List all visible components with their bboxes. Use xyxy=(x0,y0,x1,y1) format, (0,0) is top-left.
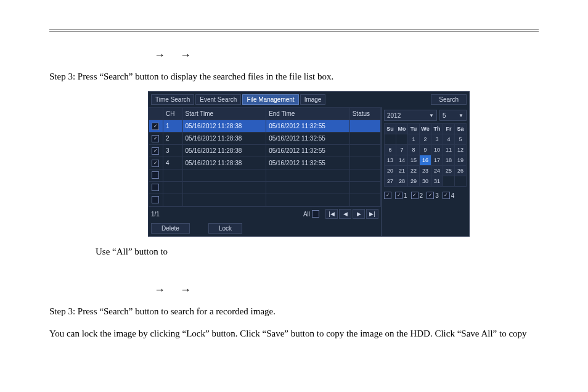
calendar-day[interactable]: 26 xyxy=(455,166,467,176)
calendar-day[interactable]: 14 xyxy=(396,155,408,166)
channel-checkbox[interactable] xyxy=(395,192,402,199)
calendar-day[interactable]: 9 xyxy=(420,145,431,155)
calendar-day[interactable]: 23 xyxy=(420,166,431,176)
pager-next[interactable]: ▶ xyxy=(353,209,365,219)
row-checkbox[interactable] xyxy=(152,123,159,130)
calendar-day[interactable]: 4 xyxy=(443,134,455,145)
lock-button[interactable]: Lock xyxy=(208,223,242,234)
page-indicator: 1/1 xyxy=(151,211,303,218)
channel-item[interactable]: 4 xyxy=(443,192,455,199)
row-checkbox[interactable] xyxy=(152,160,159,167)
calendar-day[interactable]: 17 xyxy=(431,155,443,166)
weekday-header: Fr xyxy=(443,124,455,134)
channel-checkbox[interactable] xyxy=(427,192,434,199)
tab-event-search[interactable]: Event Search xyxy=(195,94,241,105)
calendar-day[interactable]: 28 xyxy=(396,176,408,187)
cell-status xyxy=(349,145,380,157)
calendar-day[interactable]: 22 xyxy=(408,166,420,176)
channel-checkbox[interactable] xyxy=(411,192,419,199)
pager-first[interactable]: |◀ xyxy=(325,209,338,219)
cell-start: 05/16/2012 11:28:38 xyxy=(182,157,266,169)
channel-item[interactable]: 1 xyxy=(395,192,407,199)
row-checkbox[interactable] xyxy=(152,171,159,179)
calendar-day[interactable]: 30 xyxy=(420,176,431,187)
row-checkbox[interactable] xyxy=(152,147,159,155)
table-row[interactable]: 205/16/2012 11:28:3805/16/2012 11:32:55 xyxy=(149,133,381,145)
channel-label: 3 xyxy=(435,192,439,199)
calendar-day[interactable]: 11 xyxy=(443,145,455,155)
weekday-header: Th xyxy=(431,124,443,134)
pager-prev[interactable]: ◀ xyxy=(339,209,351,219)
channel-label: 2 xyxy=(420,192,423,199)
calendar-day[interactable]: 31 xyxy=(431,176,443,187)
delete-button[interactable]: Delete xyxy=(151,223,190,234)
channel-item[interactable]: 3 xyxy=(427,192,439,199)
calendar-day[interactable]: 24 xyxy=(431,166,443,176)
breadcrumb-arrows-1: →→ xyxy=(154,49,539,62)
row-checkbox[interactable] xyxy=(152,196,159,203)
calendar-day[interactable]: 8 xyxy=(408,145,420,155)
col-status: Status xyxy=(349,108,380,120)
calendar-day[interactable]: 21 xyxy=(396,166,408,176)
calendar-day[interactable]: 12 xyxy=(455,145,467,155)
cell-ch: 2 xyxy=(163,133,183,145)
year-select[interactable]: 2012▼ xyxy=(384,110,437,121)
search-button[interactable]: Search xyxy=(431,94,467,105)
calendar-day[interactable]: 7 xyxy=(396,145,408,155)
calendar-day[interactable]: 27 xyxy=(385,176,396,187)
step3a-text: Step 3: Press “Search” button to display… xyxy=(49,69,539,84)
calendar-day[interactable]: 16 xyxy=(420,155,431,166)
cell-end: 05/16/2012 11:32:55 xyxy=(266,120,350,133)
chevron-down-icon: ▼ xyxy=(459,113,463,118)
calendar-day[interactable]: 29 xyxy=(408,176,420,187)
calendar-day[interactable]: 13 xyxy=(385,155,396,166)
cell-start: 05/16/2012 11:28:38 xyxy=(182,133,266,145)
col-ch: CH xyxy=(163,108,183,120)
col-start: Start Time xyxy=(182,108,266,120)
page-divider xyxy=(49,30,539,31)
calendar-day[interactable]: 19 xyxy=(455,155,467,166)
calendar-day[interactable]: 1 xyxy=(408,134,420,145)
calendar-day[interactable]: 3 xyxy=(431,134,443,145)
channel-all-checkbox[interactable] xyxy=(384,192,391,199)
pager-last[interactable]: ▶| xyxy=(366,209,378,219)
all-checkbox[interactable] xyxy=(312,210,319,218)
table-row xyxy=(149,194,381,206)
month-select[interactable]: 5▼ xyxy=(439,110,467,121)
calendar-day[interactable]: 15 xyxy=(408,155,420,166)
cell-end: 05/16/2012 11:32:55 xyxy=(266,133,350,145)
tab-image[interactable]: Image xyxy=(300,94,326,105)
use-all-text: Use “All” button to xyxy=(96,244,539,259)
calendar-day[interactable]: 6 xyxy=(385,145,396,155)
calendar-day xyxy=(443,176,455,187)
cell-status xyxy=(349,120,380,133)
table-row[interactable]: 305/16/2012 11:28:3805/16/2012 11:32:55 xyxy=(149,145,381,157)
channel-checkbox[interactable] xyxy=(443,192,450,199)
channel-item[interactable]: 2 xyxy=(411,192,423,199)
calendar-day[interactable]: 2 xyxy=(420,134,431,145)
table-row[interactable]: 405/16/2012 11:28:3805/16/2012 11:32:55 xyxy=(149,157,381,169)
breadcrumb-arrows-2: →→ xyxy=(154,284,539,296)
file-management-screenshot: Time Search Event Search File Management… xyxy=(148,91,470,237)
tab-file-management[interactable]: File Management xyxy=(242,94,298,105)
cell-status xyxy=(349,157,380,169)
table-row[interactable]: 105/16/2012 11:28:3805/16/2012 11:32:55 xyxy=(149,120,381,133)
calendar-day[interactable]: 20 xyxy=(385,166,396,176)
cell-end: 05/16/2012 11:32:55 xyxy=(266,157,350,169)
table-row xyxy=(149,182,381,194)
chevron-down-icon: ▼ xyxy=(429,113,434,118)
calendar-day[interactable]: 25 xyxy=(443,166,455,176)
channel-label: 1 xyxy=(404,192,407,199)
table-row xyxy=(149,169,381,182)
weekday-header: Mo xyxy=(396,124,408,134)
weekday-header: We xyxy=(420,124,431,134)
calendar-day xyxy=(385,134,396,145)
tab-time-search[interactable]: Time Search xyxy=(151,94,194,105)
calendar-day[interactable]: 10 xyxy=(431,145,443,155)
row-checkbox[interactable] xyxy=(152,184,159,191)
lock-save-text: You can lock the image by clicking “Lock… xyxy=(49,326,539,341)
calendar-day[interactable]: 5 xyxy=(455,134,467,145)
calendar-day[interactable]: 18 xyxy=(443,155,455,166)
row-checkbox[interactable] xyxy=(152,135,159,142)
col-checkbox xyxy=(149,108,163,120)
